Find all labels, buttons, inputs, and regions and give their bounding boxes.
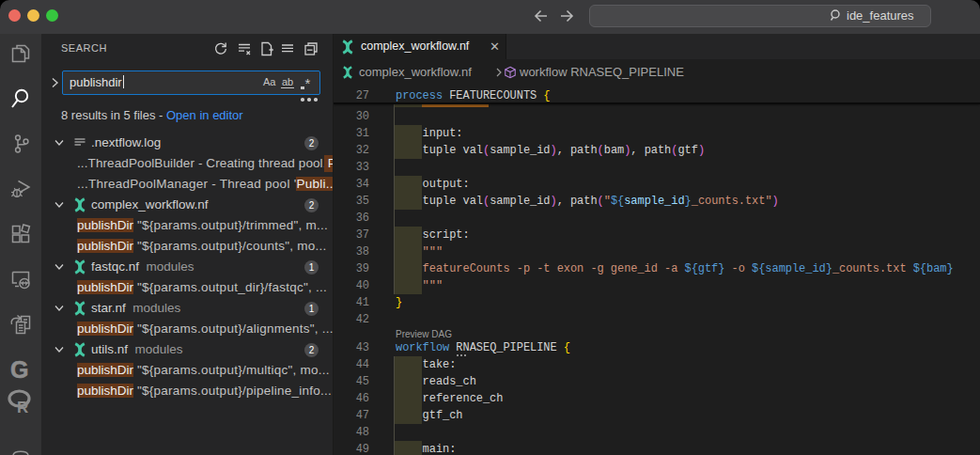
svg-text:R: R bbox=[17, 399, 28, 414]
